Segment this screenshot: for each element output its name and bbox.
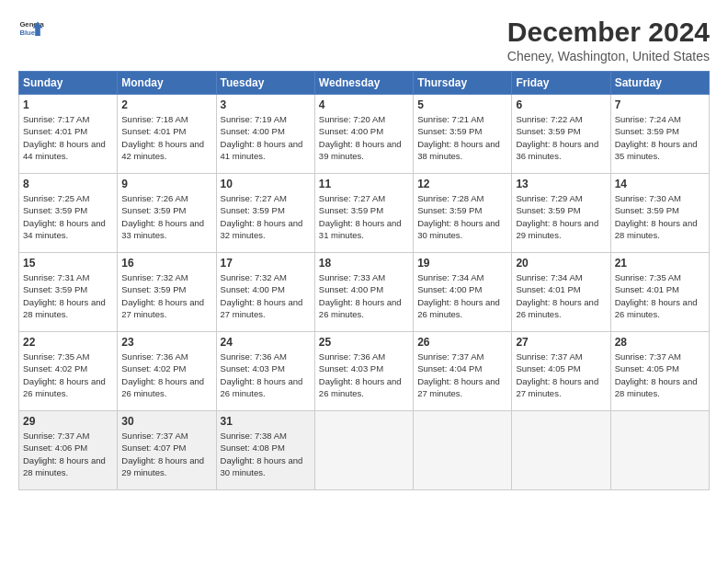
calendar-header-row: SundayMondayTuesdayWednesdayThursdayFrid…: [19, 72, 710, 95]
day-number: 26: [417, 336, 507, 349]
cell-content: Sunrise: 7:27 AMSunset: 3:59 PMDaylight:…: [221, 192, 311, 241]
title-area: December 2024 Cheney, Washington, United…: [507, 17, 710, 63]
calendar-cell: [610, 411, 709, 490]
day-number: 5: [417, 98, 507, 111]
cell-content: Sunrise: 7:25 AMSunset: 3:59 PMDaylight:…: [23, 192, 113, 241]
day-number: 17: [221, 257, 311, 270]
cell-content: Sunrise: 7:26 AMSunset: 3:59 PMDaylight:…: [121, 192, 211, 241]
cell-content: Sunrise: 7:37 AMSunset: 4:06 PMDaylight:…: [23, 430, 113, 478]
calendar-cell: 14Sunrise: 7:30 AMSunset: 3:59 PMDayligh…: [610, 174, 709, 253]
svg-text:Blue: Blue: [19, 29, 35, 37]
calendar-cell: 21Sunrise: 7:35 AMSunset: 4:01 PMDayligh…: [610, 253, 709, 332]
calendar-cell: 4Sunrise: 7:20 AMSunset: 4:00 PMDaylight…: [314, 95, 413, 174]
calendar-cell: 23Sunrise: 7:36 AMSunset: 4:02 PMDayligh…: [118, 332, 216, 411]
calendar-cell: 27Sunrise: 7:37 AMSunset: 4:05 PMDayligh…: [512, 332, 610, 411]
day-number: 22: [23, 336, 113, 349]
cell-content: Sunrise: 7:38 AMSunset: 4:08 PMDaylight:…: [221, 430, 311, 478]
calendar-cell: 16Sunrise: 7:32 AMSunset: 3:59 PMDayligh…: [118, 253, 216, 332]
cell-content: Sunrise: 7:34 AMSunset: 4:01 PMDaylight:…: [516, 271, 606, 320]
calendar-cell: 3Sunrise: 7:19 AMSunset: 4:00 PMDaylight…: [216, 95, 314, 174]
calendar-cell: 28Sunrise: 7:37 AMSunset: 4:05 PMDayligh…: [610, 332, 709, 411]
day-number: 15: [23, 257, 113, 270]
day-number: 2: [121, 98, 211, 111]
day-number: 25: [319, 336, 409, 349]
cell-content: Sunrise: 7:34 AMSunset: 4:00 PMDaylight:…: [417, 271, 507, 320]
cell-content: Sunrise: 7:37 AMSunset: 4:05 PMDaylight:…: [615, 350, 705, 399]
day-number: 8: [23, 178, 113, 190]
cell-content: Sunrise: 7:28 AMSunset: 3:59 PMDaylight:…: [417, 192, 507, 241]
cell-content: Sunrise: 7:19 AMSunset: 4:00 PMDaylight:…: [221, 113, 311, 162]
calendar-cell: [512, 411, 610, 490]
calendar-cell: 17Sunrise: 7:32 AMSunset: 4:00 PMDayligh…: [216, 253, 314, 332]
calendar-cell: 26Sunrise: 7:37 AMSunset: 4:04 PMDayligh…: [414, 332, 512, 411]
cell-content: Sunrise: 7:21 AMSunset: 3:59 PMDaylight:…: [417, 113, 507, 162]
cell-content: Sunrise: 7:37 AMSunset: 4:07 PMDaylight:…: [121, 430, 211, 478]
calendar-table: SundayMondayTuesdayWednesdayThursdayFrid…: [18, 71, 710, 490]
day-number: 19: [417, 257, 507, 270]
month-title: December 2024: [507, 17, 710, 47]
calendar-cell: 18Sunrise: 7:33 AMSunset: 4:00 PMDayligh…: [314, 253, 413, 332]
cell-content: Sunrise: 7:32 AMSunset: 3:59 PMDaylight:…: [121, 271, 211, 320]
day-number: 30: [121, 415, 211, 428]
calendar-page: General Blue December 2024 Cheney, Washi…: [0, 0, 728, 563]
day-number: 10: [221, 178, 311, 190]
cell-content: Sunrise: 7:27 AMSunset: 3:59 PMDaylight:…: [319, 192, 409, 241]
cell-content: Sunrise: 7:35 AMSunset: 4:02 PMDaylight:…: [23, 350, 113, 399]
day-number: 1: [23, 98, 113, 111]
calendar-cell: 29Sunrise: 7:37 AMSunset: 4:06 PMDayligh…: [19, 411, 118, 490]
cell-content: Sunrise: 7:33 AMSunset: 4:00 PMDaylight:…: [319, 271, 409, 320]
cell-content: Sunrise: 7:36 AMSunset: 4:03 PMDaylight:…: [221, 350, 311, 399]
calendar-cell: 20Sunrise: 7:34 AMSunset: 4:01 PMDayligh…: [512, 253, 610, 332]
cell-content: Sunrise: 7:18 AMSunset: 4:01 PMDaylight:…: [121, 113, 211, 162]
day-number: 27: [516, 336, 606, 349]
calendar-cell: 8Sunrise: 7:25 AMSunset: 3:59 PMDaylight…: [19, 174, 118, 253]
calendar-week-row: 8Sunrise: 7:25 AMSunset: 3:59 PMDaylight…: [19, 174, 710, 253]
calendar-cell: 7Sunrise: 7:24 AMSunset: 3:59 PMDaylight…: [610, 95, 709, 174]
cell-content: Sunrise: 7:36 AMSunset: 4:03 PMDaylight:…: [319, 350, 409, 399]
day-number: 16: [121, 257, 211, 270]
day-header-sunday: Sunday: [19, 72, 118, 95]
calendar-cell: 1Sunrise: 7:17 AMSunset: 4:01 PMDaylight…: [19, 95, 118, 174]
calendar-cell: 2Sunrise: 7:18 AMSunset: 4:01 PMDaylight…: [118, 95, 216, 174]
logo: General Blue: [18, 17, 44, 42]
day-header-thursday: Thursday: [414, 72, 512, 95]
day-number: 28: [615, 336, 705, 349]
cell-content: Sunrise: 7:36 AMSunset: 4:02 PMDaylight:…: [121, 350, 211, 399]
cell-content: Sunrise: 7:20 AMSunset: 4:00 PMDaylight:…: [319, 113, 409, 162]
day-number: 6: [516, 98, 606, 111]
day-header-wednesday: Wednesday: [314, 72, 413, 95]
day-number: 31: [221, 415, 311, 428]
cell-content: Sunrise: 7:31 AMSunset: 3:59 PMDaylight:…: [23, 271, 113, 320]
cell-content: Sunrise: 7:37 AMSunset: 4:05 PMDaylight:…: [516, 350, 606, 399]
calendar-cell: 22Sunrise: 7:35 AMSunset: 4:02 PMDayligh…: [19, 332, 118, 411]
day-header-saturday: Saturday: [610, 72, 709, 95]
day-number: 4: [319, 98, 409, 111]
day-number: 29: [23, 415, 113, 428]
calendar-cell: 19Sunrise: 7:34 AMSunset: 4:00 PMDayligh…: [414, 253, 512, 332]
calendar-cell: 11Sunrise: 7:27 AMSunset: 3:59 PMDayligh…: [314, 174, 413, 253]
day-header-monday: Monday: [118, 72, 216, 95]
calendar-cell: 24Sunrise: 7:36 AMSunset: 4:03 PMDayligh…: [216, 332, 314, 411]
calendar-cell: 15Sunrise: 7:31 AMSunset: 3:59 PMDayligh…: [19, 253, 118, 332]
day-number: 13: [516, 178, 606, 190]
calendar-cell: 25Sunrise: 7:36 AMSunset: 4:03 PMDayligh…: [314, 332, 413, 411]
calendar-cell: 5Sunrise: 7:21 AMSunset: 3:59 PMDaylight…: [414, 95, 512, 174]
cell-content: Sunrise: 7:30 AMSunset: 3:59 PMDaylight:…: [615, 192, 705, 241]
calendar-cell: 6Sunrise: 7:22 AMSunset: 3:59 PMDaylight…: [512, 95, 610, 174]
calendar-week-row: 1Sunrise: 7:17 AMSunset: 4:01 PMDaylight…: [19, 95, 710, 174]
day-header-tuesday: Tuesday: [216, 72, 314, 95]
general-blue-icon: General Blue: [18, 17, 44, 42]
cell-content: Sunrise: 7:17 AMSunset: 4:01 PMDaylight:…: [23, 113, 113, 162]
day-number: 18: [319, 257, 409, 270]
day-number: 24: [221, 336, 311, 349]
day-number: 23: [121, 336, 211, 349]
cell-content: Sunrise: 7:22 AMSunset: 3:59 PMDaylight:…: [516, 113, 606, 162]
day-number: 11: [319, 178, 409, 190]
calendar-cell: 13Sunrise: 7:29 AMSunset: 3:59 PMDayligh…: [512, 174, 610, 253]
day-number: 21: [615, 257, 705, 270]
day-number: 12: [417, 178, 507, 190]
calendar-week-row: 22Sunrise: 7:35 AMSunset: 4:02 PMDayligh…: [19, 332, 710, 411]
cell-content: Sunrise: 7:24 AMSunset: 3:59 PMDaylight:…: [615, 113, 705, 162]
calendar-cell: 31Sunrise: 7:38 AMSunset: 4:08 PMDayligh…: [216, 411, 314, 490]
day-header-friday: Friday: [512, 72, 610, 95]
